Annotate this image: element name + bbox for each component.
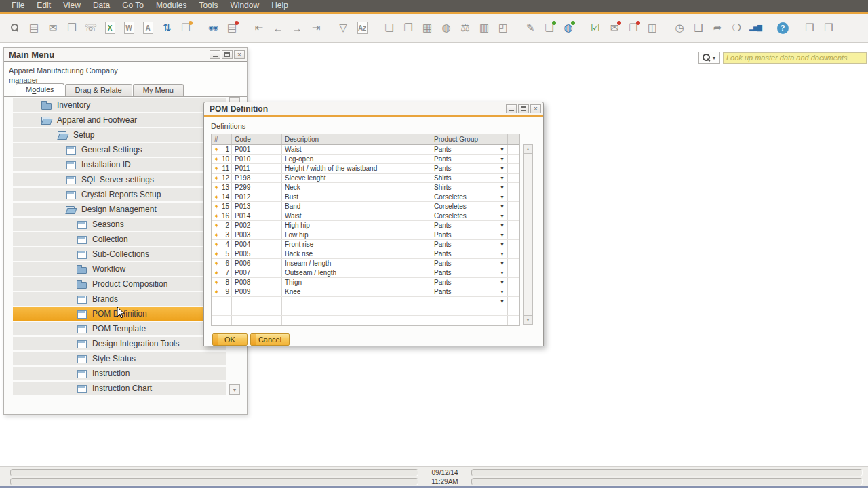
tree-item-apparel-and-footwear[interactable]: Apparel and Footwear (13, 113, 226, 127)
dropdown-caret-icon[interactable]: ▼ (500, 232, 505, 237)
dialog-maximize-button[interactable] (518, 104, 529, 113)
print-icon[interactable]: ▤ (25, 19, 43, 37)
tree-item-pom-template[interactable]: POM Template (13, 322, 226, 336)
export-pdf-icon[interactable]: A (139, 19, 157, 37)
tree-item-product-composition[interactable]: Product Composition (13, 277, 226, 291)
product-group-cell[interactable]: ▼ (431, 297, 508, 306)
description-cell[interactable]: Thign (282, 278, 431, 287)
link-arrow-icon[interactable]: ➧ (214, 184, 219, 191)
lock-screen-icon[interactable]: ❒ (177, 19, 195, 37)
org-chart-icon[interactable]: ◫ (644, 19, 661, 37)
product-group-cell[interactable]: Pants▼ (431, 145, 508, 154)
tree-item-design-integration-tools[interactable]: Design Integration Tools (13, 337, 226, 350)
dropdown-caret-icon[interactable]: ▼ (500, 147, 505, 152)
add-row-icon[interactable]: ❏ (380, 19, 398, 37)
description-cell[interactable]: Knee (282, 287, 431, 296)
product-group-cell[interactable]: Corseletes▼ (431, 211, 508, 220)
table-row[interactable]: ➧8P008ThignPants▼ (212, 278, 519, 287)
filter-icon[interactable]: ▽ (334, 19, 352, 37)
description-cell[interactable]: Outseam / length (282, 268, 431, 277)
table-row[interactable]: ➧13P299NeckShirts▼ (212, 183, 519, 192)
search-input[interactable] (723, 52, 867, 64)
payment-wizard-icon[interactable]: ▦ (418, 19, 436, 37)
journal-icon[interactable]: ▥ (475, 19, 493, 37)
dropdown-caret-icon[interactable]: ▼ (500, 185, 505, 190)
link-arrow-icon[interactable]: ➧ (214, 156, 219, 163)
description-cell[interactable]: Neck (282, 183, 431, 192)
product-group-cell[interactable] (431, 316, 508, 325)
previous-record-icon[interactable]: ← (269, 19, 287, 37)
link-arrow-icon[interactable]: ➧ (214, 194, 219, 201)
menu-item-modules[interactable]: Modules (150, 0, 193, 12)
product-group-cell[interactable]: Pants▼ (431, 249, 508, 258)
description-cell[interactable]: High hip (282, 221, 431, 230)
code-cell[interactable] (232, 297, 282, 306)
product-group-cell[interactable] (431, 306, 508, 315)
dropdown-caret-icon[interactable]: ▼ (500, 299, 505, 304)
code-cell[interactable]: P005 (232, 249, 282, 258)
description-cell[interactable] (282, 297, 431, 306)
tree-item-installation-id[interactable]: Installation ID (13, 158, 226, 171)
fax-icon[interactable]: ☏ (82, 19, 100, 37)
code-cell[interactable]: P299 (232, 183, 282, 192)
table-row[interactable]: ➧2P002High hipPants▼ (212, 221, 519, 230)
empty-table-row[interactable] (212, 316, 519, 325)
tree-item-crystal-reports-setup[interactable]: Crystal Reports Setup (13, 188, 226, 201)
mail-alert-icon[interactable]: ✉ (606, 19, 623, 37)
link-arrow-icon[interactable]: ➧ (214, 289, 219, 296)
product-group-cell[interactable]: Pants▼ (431, 240, 508, 249)
code-cell[interactable]: P013 (232, 202, 282, 211)
scroll-down-button[interactable]: ▼ (524, 315, 532, 324)
tree-item-inventory[interactable]: Inventory (13, 98, 226, 112)
code-cell[interactable]: P011 (232, 164, 282, 173)
alerts-icon[interactable]: ▤ (223, 19, 241, 37)
tree-item-instruction-chart[interactable]: Instruction Chart (13, 382, 226, 395)
table-row[interactable]: ➧9P009KneePants▼ (212, 287, 519, 297)
search-button[interactable]: ▼ (698, 52, 720, 64)
empty-table-row[interactable]: ▼ (212, 297, 519, 306)
table-row[interactable]: ➧16P014WaistCorseletes▼ (212, 211, 519, 221)
menu-item-data[interactable]: Data (87, 0, 116, 12)
close-button[interactable]: × (234, 50, 245, 59)
dropdown-caret-icon[interactable]: ▼ (500, 157, 505, 161)
query-icon[interactable]: ◰ (494, 19, 512, 37)
layers-icon[interactable]: ❑ (690, 19, 707, 37)
code-cell[interactable] (232, 316, 282, 325)
tree-item-collection[interactable]: Collection (13, 232, 226, 246)
tree-item-general-settings[interactable]: General Settings (13, 143, 226, 157)
table-row[interactable]: ➧3P003Low hipPants▼ (212, 230, 519, 240)
scales-icon[interactable]: ⚖ (456, 19, 474, 37)
export-word-icon[interactable]: W (120, 19, 138, 37)
tab-drag-relate[interactable]: Drag & Relate (65, 84, 132, 96)
product-group-cell[interactable]: Pants▼ (431, 155, 508, 163)
email-icon[interactable]: ✉ (44, 19, 62, 37)
window-a-icon[interactable]: ❒ (801, 19, 818, 37)
tree-item-design-management[interactable]: Design Management (13, 203, 226, 216)
empty-table-row[interactable] (212, 306, 519, 316)
tab-modules[interactable]: Modules (16, 83, 64, 96)
tree-item-setup[interactable]: Setup (13, 128, 226, 142)
description-cell[interactable]: Bust (282, 192, 431, 201)
code-cell[interactable]: P001 (232, 145, 282, 154)
form-alert-icon[interactable]: ❒ (625, 19, 642, 37)
dropdown-caret-icon[interactable]: ▼ (500, 214, 505, 218)
duplicate-row-icon[interactable]: ❐ (399, 19, 417, 37)
tree-item-workflow[interactable]: Workflow (13, 262, 226, 276)
table-row[interactable]: ➧7P007Outseam / lengthPants▼ (212, 268, 519, 278)
table-row[interactable]: ➧10P010Leg-openPants▼ (212, 155, 519, 164)
table-row[interactable]: ➧14P012BustCorseletes▼ (212, 192, 519, 202)
share-icon[interactable]: ➦ (709, 19, 726, 37)
product-group-cell[interactable]: Pants▼ (431, 221, 508, 230)
feedback-icon[interactable]: ❍ (728, 19, 745, 37)
find-icon[interactable]: ◉◉ (204, 19, 222, 37)
code-cell[interactable]: P006 (232, 259, 282, 268)
product-group-cell[interactable]: Corseletes▼ (431, 202, 508, 211)
menu-item-file[interactable]: File (5, 0, 31, 12)
product-group-cell[interactable]: Pants▼ (431, 287, 508, 296)
code-cell[interactable]: P198 (232, 174, 282, 182)
link-arrow-icon[interactable]: ➧ (214, 251, 219, 258)
description-cell[interactable]: Low hip (282, 230, 431, 239)
code-cell[interactable]: P014 (232, 211, 282, 220)
table-row[interactable]: ➧12P198Sleeve lenghtShirts▼ (212, 174, 519, 183)
product-group-cell[interactable]: Pants▼ (431, 268, 508, 277)
